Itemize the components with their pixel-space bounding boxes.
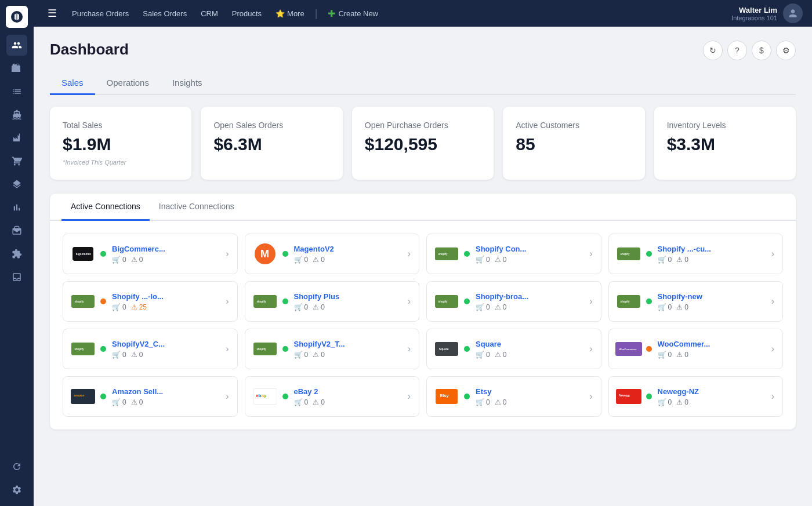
sidebar-icon-plugin[interactable] [6, 243, 27, 264]
conn-info-shopify-plus: Shopify Plus 🛒 0 ⚠ 0 [294, 292, 402, 311]
conn-name-ebay2: eBay 2 [294, 387, 402, 396]
connection-card-newegg-nz[interactable]: Newegg Newegg-NZ 🛒 0 ⚠ 0 › [608, 376, 784, 417]
user-avatar[interactable] [783, 3, 803, 23]
conn-alerts-shopify-new: ⚠ 0 [676, 303, 688, 311]
gear-button[interactable]: ⚙ [776, 41, 796, 60]
alert-icon-square: ⚠ [495, 351, 501, 359]
connection-card-bigcommerce[interactable]: bigcommerce BigCommerc... 🛒 0 ⚠ 0 › [63, 234, 238, 274]
conn-tab-inactive[interactable]: Inactive Connections [150, 194, 244, 221]
connection-card-etsy[interactable]: Etsy Etsy 🛒 0 ⚠ 0 › [426, 376, 601, 417]
connection-card-shopify-lo[interactable]: shopify Shopify ...-lo... 🛒 0 ⚠ 25 › [63, 281, 238, 322]
dollar-button[interactable]: $ [752, 41, 771, 60]
connection-card-magentov2[interactable]: M MagentoV2 🛒 0 ⚠ 0 › [245, 234, 420, 274]
conn-name-shopify-new: Shopify-new [658, 292, 766, 301]
nav-products[interactable]: Products [226, 6, 267, 21]
cart-icon-newegg-nz: 🛒 [658, 398, 666, 406]
app-logo[interactable] [6, 6, 28, 28]
sidebar-icon-inbox[interactable] [6, 267, 27, 287]
tab-sales[interactable]: Sales [50, 72, 95, 95]
conn-orders-woocommerce: 🛒 0 [658, 351, 672, 359]
conn-name-shopify-broa: Shopify-broa... [476, 292, 583, 301]
sidebar-icon-list[interactable] [6, 81, 27, 102]
conn-name-shopifyv2-t: ShopifyV2_T... [294, 340, 402, 348]
sidebar-icon-ship[interactable] [6, 104, 27, 125]
sidebar-icon-users[interactable] [6, 35, 27, 56]
connection-card-shopify-broa[interactable]: shopify Shopify-broa... 🛒 0 ⚠ 0 › [426, 281, 601, 322]
cart-icon-shopify-lo: 🛒 [112, 303, 121, 311]
sidebar-icon-layers[interactable] [6, 174, 27, 195]
metric-inventory-label: Inventory Levels [667, 121, 783, 130]
conn-chevron-shopifyv2-t: › [408, 344, 411, 354]
conn-alerts-etsy: ⚠ 0 [495, 398, 507, 406]
user-company: Integrations 101 [731, 14, 777, 21]
sidebar-icon-factory[interactable] [6, 128, 27, 148]
conn-name-etsy: Etsy [476, 387, 583, 396]
woocommerce-logo-woocommerce: WooCommerce [617, 337, 640, 361]
cart-icon-woocommerce: 🛒 [658, 351, 666, 359]
connection-card-shopify-plus[interactable]: shopify Shopify Plus 🛒 0 ⚠ 0 › [245, 281, 420, 322]
conn-chevron-shopify-con: › [589, 249, 592, 259]
connection-card-shopifyv2-c[interactable]: shopify ShopifyV2_C... 🛒 0 ⚠ 0 › [63, 329, 238, 369]
conn-info-woocommerce: WooCommer... 🛒 0 ⚠ 0 [658, 340, 766, 359]
connection-card-amazon-sell[interactable]: amazon Amazon Sell... 🛒 0 ⚠ 0 › [63, 376, 238, 417]
sidebar-icon-catalog[interactable] [6, 58, 27, 79]
svg-text:Etsy: Etsy [440, 394, 449, 398]
conn-stats-shopifyv2-c: 🛒 0 ⚠ 0 [112, 351, 220, 359]
conn-info-amazon-sell: Amazon Sell... 🛒 0 ⚠ 0 [112, 387, 220, 406]
refresh-button[interactable]: ↻ [703, 41, 723, 60]
help-button[interactable]: ? [727, 41, 747, 60]
conn-alerts-shopify-lo: ⚠ 25 [131, 303, 147, 311]
connection-card-square[interactable]: Square Square 🛒 0 ⚠ 0 › [426, 329, 601, 369]
conn-name-magentov2: MagentoV2 [294, 245, 402, 253]
alert-icon-shopifyv2-c: ⚠ [131, 351, 137, 359]
conn-info-shopify-broa: Shopify-broa... 🛒 0 ⚠ 0 [476, 292, 583, 311]
conn-info-newegg-nz: Newegg-NZ 🛒 0 ⚠ 0 [658, 387, 766, 406]
conn-name-shopify-lo: Shopify ...-lo... [112, 292, 220, 301]
connection-card-shopify-con[interactable]: shopify Shopify Con... 🛒 0 ⚠ 0 › [426, 234, 601, 274]
sidebar-icon-refresh[interactable] [6, 456, 27, 477]
hamburger-menu[interactable]: ☰ [43, 5, 61, 22]
metric-open-sales-orders: Open Sales Orders $6.3M [201, 107, 342, 180]
main-area: ☰ Purchase Orders Sales Orders CRM Produ… [34, 0, 812, 506]
cart-icon-shopify-plus: 🛒 [294, 303, 303, 311]
conn-info-shopifyv2-t: ShopifyV2_T... 🛒 0 ⚠ 0 [294, 340, 402, 359]
conn-chevron-magentov2: › [408, 249, 411, 259]
nav-more[interactable]: ⭐ More [270, 6, 310, 21]
conn-stats-woocommerce: 🛒 0 ⚠ 0 [658, 351, 766, 359]
conn-chevron-shopify-cu: › [771, 249, 774, 259]
nav-purchase-orders[interactable]: Purchase Orders [66, 6, 135, 21]
status-dot-ebay2 [282, 394, 288, 399]
content-area: Dashboard ↻ ? $ ⚙ Sales Operations Insig… [34, 27, 812, 506]
sidebar-icon-briefcase[interactable] [6, 220, 27, 241]
tab-insights[interactable]: Insights [161, 72, 214, 95]
status-dot-shopifyv2-t [282, 346, 288, 352]
metric-open-purchase-orders: Open Purchase Orders $120,595 [352, 107, 494, 180]
svg-text:shopify: shopify [438, 300, 448, 303]
sidebar-icon-cart[interactable] [6, 151, 27, 172]
conn-tab-active[interactable]: Active Connections [61, 194, 150, 221]
nav-crm[interactable]: CRM [195, 6, 224, 21]
conn-alerts-magentov2: ⚠ 0 [313, 256, 325, 264]
connection-card-shopifyv2-t[interactable]: shopify ShopifyV2_T... 🛒 0 ⚠ 0 › [245, 329, 420, 369]
cart-icon-shopifyv2-t: 🛒 [294, 351, 303, 359]
create-plus-icon: ✚ [328, 8, 335, 19]
status-dot-etsy [464, 394, 470, 399]
conn-chevron-etsy: › [589, 391, 592, 402]
connection-card-shopify-new[interactable]: shopify Shopify-new 🛒 0 ⚠ 0 › [608, 281, 784, 322]
shopify-logo-shopify-new: shopify [617, 290, 640, 313]
sidebar-icon-settings[interactable] [6, 479, 27, 500]
alert-icon-etsy: ⚠ [495, 398, 501, 406]
connection-card-shopify-cu[interactable]: shopify Shopify ...-cu... 🛒 0 ⚠ 0 › [608, 234, 784, 274]
sidebar-icon-chart[interactable] [6, 197, 27, 218]
tab-operations[interactable]: Operations [95, 72, 161, 95]
nav-sales-orders[interactable]: Sales Orders [137, 6, 193, 21]
svg-text:amazon: amazon [74, 394, 85, 397]
user-menu[interactable]: Walter Lim Integrations 101 [731, 3, 803, 23]
metric-open-sales-value: $6.3M [213, 134, 329, 154]
nav-create-new[interactable]: ✚ Create New [322, 5, 384, 23]
connection-card-ebay2[interactable]: ebay eBay 2 🛒 0 ⚠ 0 › [245, 376, 420, 417]
connection-card-woocommerce[interactable]: WooCommerce WooCommer... 🛒 0 ⚠ 0 › [608, 329, 784, 369]
magento-logo: M [255, 243, 276, 264]
square-logo-square: Square [435, 337, 458, 361]
conn-info-shopifyv2-c: ShopifyV2_C... 🛒 0 ⚠ 0 [112, 340, 220, 359]
